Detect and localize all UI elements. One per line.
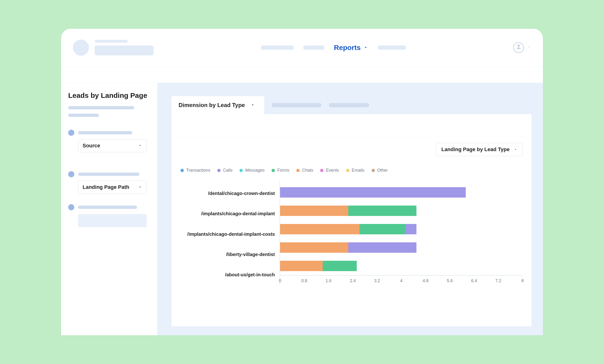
x-axis-tick: 7.2 [495,279,501,283]
legend-item[interactable]: Calls [217,168,232,173]
legend-item[interactable]: Other [372,168,388,173]
legend-item[interactable]: Events [320,168,339,173]
x-axis-tick: 6.4 [471,279,477,283]
panel: Landing Page by Lead Type TransactionsCa… [172,114,532,326]
legend-label: Emails [352,168,365,173]
bar-segment[interactable] [280,261,323,271]
select-landing-page-path-label: Landing Page Path [83,184,129,190]
x-axis-tick: 3.2 [374,279,380,283]
node-dot-icon [68,204,74,210]
chart-plot: 00.81.62.43.244.85.66.47.28 [280,181,523,285]
tab-placeholder[interactable] [272,103,321,107]
legend-label: Events [326,168,339,173]
legend-dot-icon [180,169,184,172]
legend-label: Messages [245,168,264,173]
tabs-row: Dimension by Lead Type [172,96,532,114]
legend-dot-icon [372,169,375,172]
bar-stack[interactable] [280,206,462,216]
avatar-caret[interactable] [527,45,531,50]
caret-down-icon [251,102,255,109]
select-source-label: Source [83,143,100,149]
sidebar-placeholder-box [78,214,147,227]
sidebar-title: Leads by Landing Page [68,91,150,99]
sidebar-node-1 [68,130,150,136]
legend-label: Transactions [186,168,210,173]
bar-stack[interactable] [280,261,416,271]
y-axis-label: /liberty-village-dentist [180,244,280,265]
select-source[interactable]: Source [78,139,147,152]
x-axis-tick: 1.6 [326,279,331,283]
bar-stack[interactable] [280,224,462,234]
node-dot-icon [68,171,74,177]
legend-dot-icon [272,169,275,172]
nav-reports-label: Reports [334,44,361,52]
y-axis-label: /about-us/get-in-touch [180,265,280,285]
bar-segment[interactable] [280,187,466,198]
bar-stack[interactable] [280,187,492,198]
tab-dimension-by-lead-type[interactable]: Dimension by Lead Type [172,96,264,114]
legend-item[interactable]: Emails [346,168,365,173]
legend-dot-icon [217,169,221,172]
nav-item-placeholder[interactable] [261,46,294,50]
body: Leads by Landing Page Source Landing Pag… [61,83,543,335]
bar-segment[interactable] [323,261,357,271]
chart-type-select[interactable]: Landing Page by Lead Type [436,143,523,156]
chart-x-axis: 00.81.62.43.244.85.66.47.28 [280,275,523,285]
bar-segment[interactable] [360,224,405,234]
nav-item-placeholder[interactable] [303,46,324,50]
header-right [513,42,531,53]
header: Reports [61,29,543,66]
node-dot-icon [68,130,74,136]
caret-down-icon [138,184,142,190]
bar-segment[interactable] [405,224,416,234]
content: Dimension by Lead Type Landing Page by L… [157,83,543,335]
select-landing-page-path[interactable]: Landing Page Path [78,181,147,194]
x-axis-tick: 5.6 [447,279,453,283]
legend-label: Chats [302,168,313,173]
x-axis-tick: 8 [521,279,524,283]
bar-row [280,220,523,238]
legend-item[interactable]: Forms [272,168,289,173]
bar-stack[interactable] [280,242,462,253]
nav-item-placeholder[interactable] [378,46,406,50]
top-nav: Reports [154,44,513,52]
x-axis-tick: 0 [279,279,281,283]
x-axis-tick: 0.8 [301,279,307,283]
bar-row [280,183,523,202]
legend-label: Other [377,168,388,173]
legend-dot-icon [346,169,349,172]
bar-segment[interactable] [348,242,416,253]
y-axis-label: /implants/chicago-dental-implant-costs [180,224,280,244]
bar-row [280,202,523,220]
sidebar-node-3 [68,204,150,210]
legend-item[interactable]: Messages [239,168,264,173]
y-axis-label: /dental/chicago-crown-dentist [180,183,280,204]
chart-select-label: Landing Page by Lead Type [441,146,510,153]
chart-y-axis-labels: /dental/chicago-crown-dentist/implants/c… [180,181,280,285]
user-icon [516,44,522,51]
legend-dot-icon [239,169,243,172]
bar-row [280,238,523,257]
x-axis-tick: 4 [400,279,403,283]
caret-down-icon [514,146,517,153]
y-axis-label: /implants/chicago-dental-implant [180,204,280,224]
bar-segment[interactable] [348,206,416,216]
legend-label: Forms [277,168,289,173]
user-avatar[interactable] [513,42,524,53]
tab-placeholder[interactable] [329,103,369,107]
subheader [61,66,543,83]
legend-item[interactable]: Transactions [180,168,210,173]
legend-dot-icon [296,169,300,172]
tab-label: Dimension by Lead Type [179,102,245,109]
legend-label: Calls [223,168,232,173]
brand-placeholder [95,40,154,55]
app-frame: Reports Leads by Landing Page [61,29,543,335]
nav-reports[interactable]: Reports [334,44,368,52]
chevron-down-icon [363,44,368,52]
bar-segment[interactable] [280,206,348,216]
bar-segment[interactable] [280,224,360,234]
panel-inner: Landing Page by Lead Type TransactionsCa… [172,136,532,285]
sidebar: Leads by Landing Page Source Landing Pag… [61,83,157,335]
bar-segment[interactable] [280,242,348,253]
legend-item[interactable]: Chats [296,168,313,173]
